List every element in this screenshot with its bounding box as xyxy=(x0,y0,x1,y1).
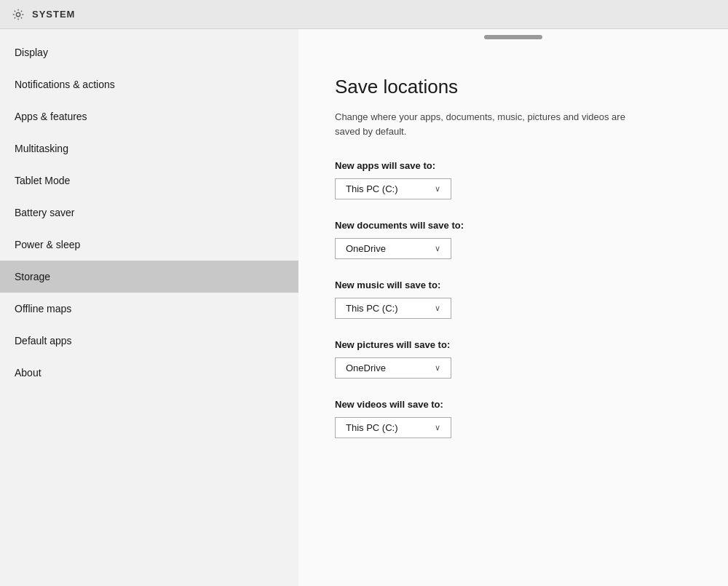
dropdown-arrow-videos-save: ∨ xyxy=(435,423,440,432)
content-inner: Save locations Change where your apps, d… xyxy=(298,39,728,488)
sidebar-item-display[interactable]: Display xyxy=(0,36,298,68)
sidebar-item-tablet-mode[interactable]: Tablet Mode xyxy=(0,165,298,197)
sidebar-item-power-sleep[interactable]: Power & sleep xyxy=(0,229,298,261)
sidebar-item-battery-saver[interactable]: Battery saver xyxy=(0,197,298,229)
title-bar: SYSTEM xyxy=(0,0,728,29)
sidebar-item-about[interactable]: About xyxy=(0,357,298,389)
dropdown-arrow-documents-save: ∨ xyxy=(435,244,440,253)
dropdown-music-save[interactable]: This PC (C:)∨ xyxy=(335,298,451,319)
scroll-bar-visual xyxy=(484,35,542,39)
sidebar-item-multitasking[interactable]: Multitasking xyxy=(0,132,298,165)
dropdown-value-videos-save: This PC (C:) xyxy=(346,422,398,433)
setting-group-apps-save: New apps will save to:This PC (C:)∨ xyxy=(335,160,692,199)
dropdown-pictures-save[interactable]: OneDrive∨ xyxy=(335,357,451,379)
setting-label-music-save: New music will save to: xyxy=(335,280,692,290)
dropdown-arrow-pictures-save: ∨ xyxy=(435,363,440,373)
setting-group-music-save: New music will save to:This PC (C:)∨ xyxy=(335,280,692,319)
sidebar-item-offline-maps[interactable]: Offline maps xyxy=(0,293,298,325)
setting-label-pictures-save: New pictures will save to: xyxy=(335,339,692,350)
svg-point-0 xyxy=(16,12,20,16)
dropdown-value-documents-save: OneDrive xyxy=(346,243,386,254)
setting-group-pictures-save: New pictures will save to:OneDrive∨ xyxy=(335,339,692,379)
settings-container: New apps will save to:This PC (C:)∨New d… xyxy=(335,160,692,438)
page-title: Save locations xyxy=(335,76,692,98)
dropdown-value-apps-save: This PC (C:) xyxy=(346,183,398,194)
scroll-indicator xyxy=(298,29,728,39)
dropdown-arrow-music-save: ∨ xyxy=(435,304,440,313)
dropdown-documents-save[interactable]: OneDrive∨ xyxy=(335,238,451,259)
dropdown-value-pictures-save: OneDrive xyxy=(346,363,386,373)
dropdown-arrow-apps-save: ∨ xyxy=(435,184,440,194)
settings-gear-icon xyxy=(12,8,25,21)
dropdown-apps-save[interactable]: This PC (C:)∨ xyxy=(335,178,451,199)
dropdown-videos-save[interactable]: This PC (C:)∨ xyxy=(335,417,451,438)
title-bar-text: SYSTEM xyxy=(32,9,75,20)
dropdown-value-music-save: This PC (C:) xyxy=(346,303,398,314)
main-container: DisplayNotifications & actionsApps & fea… xyxy=(0,29,728,586)
setting-label-documents-save: New documents will save to: xyxy=(335,220,692,231)
setting-label-videos-save: New videos will save to: xyxy=(335,399,692,410)
sidebar-item-storage[interactable]: Storage xyxy=(0,261,298,293)
setting-label-apps-save: New apps will save to: xyxy=(335,160,692,171)
setting-group-documents-save: New documents will save to:OneDrive∨ xyxy=(335,220,692,259)
page-description: Change where your apps, documents, music… xyxy=(335,110,641,138)
sidebar-item-notifications[interactable]: Notifications & actions xyxy=(0,68,298,100)
sidebar-item-default-apps[interactable]: Default apps xyxy=(0,325,298,357)
sidebar: DisplayNotifications & actionsApps & fea… xyxy=(0,29,298,586)
setting-group-videos-save: New videos will save to:This PC (C:)∨ xyxy=(335,399,692,438)
sidebar-item-apps-features[interactable]: Apps & features xyxy=(0,100,298,132)
content-area: Save locations Change where your apps, d… xyxy=(298,29,728,586)
